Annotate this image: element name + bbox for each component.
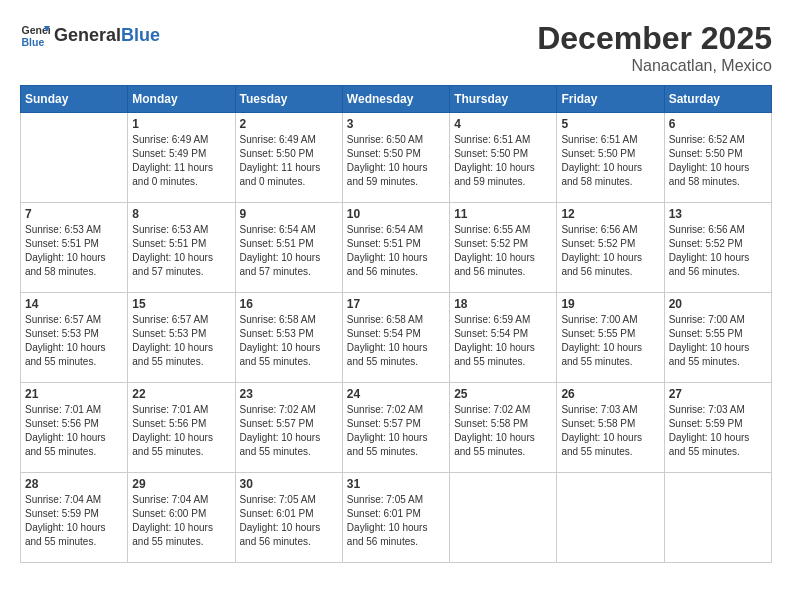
day-number: 26: [561, 387, 659, 401]
calendar-week-row: 28Sunrise: 7:04 AMSunset: 5:59 PMDayligh…: [21, 473, 772, 563]
day-number: 2: [240, 117, 338, 131]
table-row: 30Sunrise: 7:05 AMSunset: 6:01 PMDayligh…: [235, 473, 342, 563]
day-number: 30: [240, 477, 338, 491]
calendar-header-row: Sunday Monday Tuesday Wednesday Thursday…: [21, 86, 772, 113]
table-row: 12Sunrise: 6:56 AMSunset: 5:52 PMDayligh…: [557, 203, 664, 293]
day-number: 22: [132, 387, 230, 401]
day-number: 13: [669, 207, 767, 221]
svg-text:General: General: [22, 24, 51, 36]
col-saturday: Saturday: [664, 86, 771, 113]
table-row: [450, 473, 557, 563]
day-info: Sunrise: 6:57 AMSunset: 5:53 PMDaylight:…: [132, 313, 230, 369]
table-row: 27Sunrise: 7:03 AMSunset: 5:59 PMDayligh…: [664, 383, 771, 473]
day-info: Sunrise: 6:58 AMSunset: 5:54 PMDaylight:…: [347, 313, 445, 369]
day-info: Sunrise: 7:03 AMSunset: 5:58 PMDaylight:…: [561, 403, 659, 459]
day-info: Sunrise: 6:50 AMSunset: 5:50 PMDaylight:…: [347, 133, 445, 189]
day-number: 20: [669, 297, 767, 311]
logo-blue-text: Blue: [121, 25, 160, 45]
day-number: 12: [561, 207, 659, 221]
col-friday: Friday: [557, 86, 664, 113]
logo-general-text: General: [54, 25, 121, 45]
day-number: 17: [347, 297, 445, 311]
svg-text:Blue: Blue: [22, 36, 45, 48]
col-tuesday: Tuesday: [235, 86, 342, 113]
table-row: 6Sunrise: 6:52 AMSunset: 5:50 PMDaylight…: [664, 113, 771, 203]
table-row: 20Sunrise: 7:00 AMSunset: 5:55 PMDayligh…: [664, 293, 771, 383]
day-number: 14: [25, 297, 123, 311]
day-number: 25: [454, 387, 552, 401]
day-info: Sunrise: 7:05 AMSunset: 6:01 PMDaylight:…: [347, 493, 445, 549]
day-info: Sunrise: 7:01 AMSunset: 5:56 PMDaylight:…: [25, 403, 123, 459]
calendar-week-row: 7Sunrise: 6:53 AMSunset: 5:51 PMDaylight…: [21, 203, 772, 293]
day-info: Sunrise: 6:54 AMSunset: 5:51 PMDaylight:…: [240, 223, 338, 279]
day-info: Sunrise: 6:51 AMSunset: 5:50 PMDaylight:…: [454, 133, 552, 189]
day-number: 24: [347, 387, 445, 401]
day-info: Sunrise: 7:05 AMSunset: 6:01 PMDaylight:…: [240, 493, 338, 549]
day-number: 10: [347, 207, 445, 221]
table-row: 22Sunrise: 7:01 AMSunset: 5:56 PMDayligh…: [128, 383, 235, 473]
table-row: 19Sunrise: 7:00 AMSunset: 5:55 PMDayligh…: [557, 293, 664, 383]
day-info: Sunrise: 6:49 AMSunset: 5:49 PMDaylight:…: [132, 133, 230, 189]
day-number: 1: [132, 117, 230, 131]
day-info: Sunrise: 6:53 AMSunset: 5:51 PMDaylight:…: [132, 223, 230, 279]
table-row: 1Sunrise: 6:49 AMSunset: 5:49 PMDaylight…: [128, 113, 235, 203]
day-info: Sunrise: 6:51 AMSunset: 5:50 PMDaylight:…: [561, 133, 659, 189]
col-thursday: Thursday: [450, 86, 557, 113]
table-row: 4Sunrise: 6:51 AMSunset: 5:50 PMDaylight…: [450, 113, 557, 203]
logo: General Blue GeneralBlue: [20, 20, 160, 50]
calendar-week-row: 21Sunrise: 7:01 AMSunset: 5:56 PMDayligh…: [21, 383, 772, 473]
col-wednesday: Wednesday: [342, 86, 449, 113]
table-row: [664, 473, 771, 563]
calendar-week-row: 14Sunrise: 6:57 AMSunset: 5:53 PMDayligh…: [21, 293, 772, 383]
table-row: 31Sunrise: 7:05 AMSunset: 6:01 PMDayligh…: [342, 473, 449, 563]
day-info: Sunrise: 7:00 AMSunset: 5:55 PMDaylight:…: [561, 313, 659, 369]
day-number: 29: [132, 477, 230, 491]
table-row: 25Sunrise: 7:02 AMSunset: 5:58 PMDayligh…: [450, 383, 557, 473]
day-number: 16: [240, 297, 338, 311]
day-number: 23: [240, 387, 338, 401]
day-info: Sunrise: 7:02 AMSunset: 5:58 PMDaylight:…: [454, 403, 552, 459]
day-number: 6: [669, 117, 767, 131]
table-row: 28Sunrise: 7:04 AMSunset: 5:59 PMDayligh…: [21, 473, 128, 563]
table-row: 14Sunrise: 6:57 AMSunset: 5:53 PMDayligh…: [21, 293, 128, 383]
title-block: December 2025 Nanacatlan, Mexico: [537, 20, 772, 75]
col-sunday: Sunday: [21, 86, 128, 113]
day-number: 15: [132, 297, 230, 311]
table-row: [557, 473, 664, 563]
day-number: 9: [240, 207, 338, 221]
day-info: Sunrise: 6:54 AMSunset: 5:51 PMDaylight:…: [347, 223, 445, 279]
day-info: Sunrise: 7:01 AMSunset: 5:56 PMDaylight:…: [132, 403, 230, 459]
day-number: 5: [561, 117, 659, 131]
table-row: 17Sunrise: 6:58 AMSunset: 5:54 PMDayligh…: [342, 293, 449, 383]
day-info: Sunrise: 6:53 AMSunset: 5:51 PMDaylight:…: [25, 223, 123, 279]
table-row: 26Sunrise: 7:03 AMSunset: 5:58 PMDayligh…: [557, 383, 664, 473]
day-info: Sunrise: 6:59 AMSunset: 5:54 PMDaylight:…: [454, 313, 552, 369]
table-row: 2Sunrise: 6:49 AMSunset: 5:50 PMDaylight…: [235, 113, 342, 203]
day-info: Sunrise: 7:00 AMSunset: 5:55 PMDaylight:…: [669, 313, 767, 369]
page-header: General Blue GeneralBlue December 2025 N…: [20, 20, 772, 75]
day-info: Sunrise: 6:57 AMSunset: 5:53 PMDaylight:…: [25, 313, 123, 369]
day-info: Sunrise: 7:02 AMSunset: 5:57 PMDaylight:…: [347, 403, 445, 459]
day-number: 19: [561, 297, 659, 311]
table-row: 9Sunrise: 6:54 AMSunset: 5:51 PMDaylight…: [235, 203, 342, 293]
day-info: Sunrise: 6:55 AMSunset: 5:52 PMDaylight:…: [454, 223, 552, 279]
day-number: 7: [25, 207, 123, 221]
day-info: Sunrise: 6:52 AMSunset: 5:50 PMDaylight:…: [669, 133, 767, 189]
table-row: 29Sunrise: 7:04 AMSunset: 6:00 PMDayligh…: [128, 473, 235, 563]
day-number: 28: [25, 477, 123, 491]
table-row: 15Sunrise: 6:57 AMSunset: 5:53 PMDayligh…: [128, 293, 235, 383]
day-info: Sunrise: 7:04 AMSunset: 6:00 PMDaylight:…: [132, 493, 230, 549]
day-info: Sunrise: 7:02 AMSunset: 5:57 PMDaylight:…: [240, 403, 338, 459]
table-row: 21Sunrise: 7:01 AMSunset: 5:56 PMDayligh…: [21, 383, 128, 473]
day-number: 18: [454, 297, 552, 311]
day-number: 21: [25, 387, 123, 401]
table-row: 8Sunrise: 6:53 AMSunset: 5:51 PMDaylight…: [128, 203, 235, 293]
table-row: [21, 113, 128, 203]
table-row: 23Sunrise: 7:02 AMSunset: 5:57 PMDayligh…: [235, 383, 342, 473]
location-title: Nanacatlan, Mexico: [537, 57, 772, 75]
month-title: December 2025: [537, 20, 772, 57]
table-row: 18Sunrise: 6:59 AMSunset: 5:54 PMDayligh…: [450, 293, 557, 383]
day-info: Sunrise: 6:56 AMSunset: 5:52 PMDaylight:…: [561, 223, 659, 279]
logo-icon: General Blue: [20, 20, 50, 50]
day-number: 8: [132, 207, 230, 221]
